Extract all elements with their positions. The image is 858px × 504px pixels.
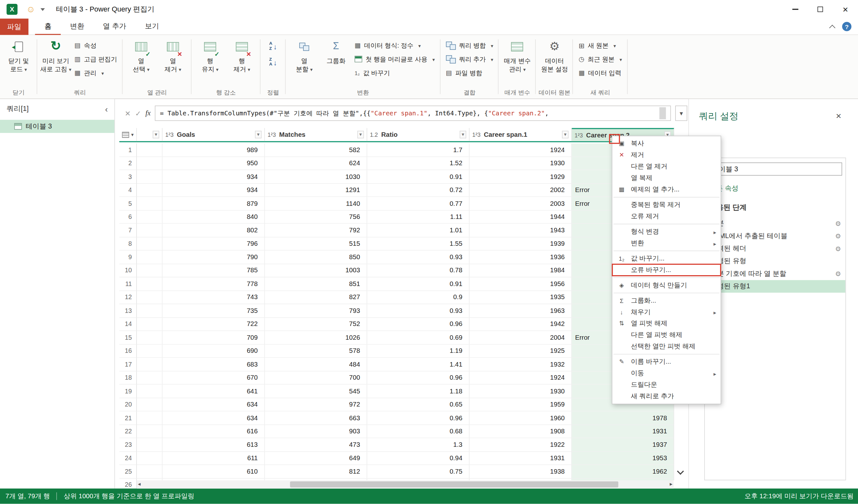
cell[interactable]: 1963	[470, 304, 572, 318]
cell[interactable]: 613	[162, 438, 265, 452]
row-number-cell[interactable]: 20	[119, 398, 137, 411]
cell[interactable]	[137, 304, 162, 318]
row-number-cell[interactable]: 10	[119, 264, 137, 277]
menu-item-rename[interactable]: ✎이름 바꾸기...	[612, 356, 720, 368]
cell[interactable]: 1030	[265, 170, 367, 183]
tab-view[interactable]: 보기	[136, 18, 169, 34]
cell[interactable]: 743	[162, 291, 265, 304]
status-profiling-info[interactable]: 상위 1000개 행을 기준으로 한 열 프로파일링	[64, 491, 194, 501]
remove-columns-button[interactable]: ✕ 열 제거	[157, 35, 189, 82]
row-number-cell[interactable]: 2	[119, 157, 137, 170]
cell[interactable]: 1931	[572, 425, 673, 438]
cell[interactable]: 735	[162, 304, 265, 318]
cell[interactable]: 1291	[265, 183, 367, 197]
select-all-corner-cell[interactable]: ▾	[119, 128, 137, 141]
cell[interactable]	[137, 425, 162, 438]
cell[interactable]: 0.96	[367, 318, 470, 331]
filter-icon[interactable]: ▾	[358, 131, 364, 139]
cell[interactable]: 683	[162, 358, 265, 371]
row-number-cell[interactable]: 5	[119, 197, 137, 210]
gear-icon[interactable]	[835, 270, 841, 278]
cell[interactable]	[137, 197, 162, 210]
cell[interactable]: 611	[162, 452, 265, 465]
gear-icon[interactable]	[835, 232, 841, 240]
menu-item-unpivot-other-columns[interactable]: 다른 열 피벗 해제	[612, 329, 720, 341]
row-number-cell[interactable]: 3	[119, 170, 137, 183]
cell[interactable]: 2004	[470, 331, 572, 344]
cell[interactable]: 473	[265, 438, 367, 452]
menu-item-replace-values[interactable]: 1₂값 바꾸기...	[612, 253, 720, 264]
cell[interactable]	[137, 264, 162, 277]
menu-item-fill[interactable]: ↓채우기	[612, 307, 720, 318]
cell[interactable]: 1924	[470, 371, 572, 385]
menu-item-remove[interactable]: ✕제거	[612, 149, 720, 161]
query-list-item-table3[interactable]: 테이블 3	[0, 120, 114, 133]
append-queries-button[interactable]: 쿼리 추가	[444, 54, 495, 65]
cell[interactable]: 1932	[470, 358, 572, 371]
enter-data-button[interactable]: 데이터 입력	[577, 67, 624, 78]
horizontal-scrollbar-thumb[interactable]	[290, 481, 618, 487]
menu-item-duplicate-column[interactable]: 열 복제	[612, 172, 720, 184]
filter-icon[interactable]: ▾	[255, 131, 262, 139]
group-by-button[interactable]: Σ 그룹화	[320, 35, 352, 82]
cell[interactable]: 634	[162, 411, 265, 425]
row-number-cell[interactable]: 9	[119, 250, 137, 264]
menu-item-remove-errors[interactable]: 오류 제거	[612, 211, 720, 222]
cell[interactable]	[137, 438, 162, 452]
cell[interactable]: 0.96	[367, 371, 470, 385]
cell[interactable]: 484	[265, 358, 367, 371]
row-number-cell[interactable]: 25	[119, 465, 137, 478]
menu-item-copy[interactable]: ▣복사	[612, 138, 720, 149]
titlebar-dropdown-caret-icon[interactable]	[41, 8, 45, 11]
scroll-down-icon[interactable]	[677, 468, 684, 475]
applied-step-4[interactable]: 구분 기호에 따라 열 분할	[705, 267, 845, 280]
cell[interactable]: 1956	[470, 277, 572, 291]
combine-files-button[interactable]: 파일 병합	[444, 67, 495, 78]
cell[interactable]: 752	[265, 318, 367, 331]
applied-step-1[interactable]: HTML에서 추출된 테이블	[705, 230, 845, 242]
sort-ascending-button[interactable]	[264, 40, 282, 53]
cell[interactable]: 649	[265, 452, 367, 465]
cell[interactable]: 0.91	[367, 277, 470, 291]
tab-transform[interactable]: 변환	[61, 18, 94, 34]
cell[interactable]: 1959	[470, 398, 572, 411]
close-button[interactable]: ✕	[833, 0, 858, 18]
cell[interactable]: 1930	[470, 385, 572, 398]
formula-scroll-nub[interactable]	[660, 107, 666, 119]
cell[interactable]: 0.78	[367, 264, 470, 277]
cell[interactable]: 1960	[470, 411, 572, 425]
row-number-cell[interactable]: 17	[119, 358, 137, 371]
menu-item-change-type[interactable]: 형식 변경	[612, 226, 720, 238]
scroll-left-icon[interactable]: ◂	[138, 481, 141, 487]
menu-item-remove-duplicates[interactable]: 중복된 항목 제거	[612, 199, 720, 211]
cell[interactable]: 1140	[265, 197, 367, 210]
cell[interactable]: 840	[162, 210, 265, 224]
applied-step-5[interactable]: 변경된 유형1	[705, 280, 845, 292]
cell[interactable]: 792	[265, 224, 367, 237]
cell[interactable]: 1943	[470, 224, 572, 237]
menu-item-add-column-from-examples[interactable]: ▦예제의 열 추가...	[612, 184, 720, 195]
menu-item-move[interactable]: 이동	[612, 368, 720, 379]
properties-button[interactable]: 속성	[73, 40, 119, 51]
cell[interactable]: 1.3	[367, 438, 470, 452]
scroll-right-icon[interactable]: ▸	[670, 481, 672, 487]
cell[interactable]: 0.96	[367, 411, 470, 425]
help-icon[interactable]: ?	[842, 22, 851, 31]
cell[interactable]: 903	[265, 425, 367, 438]
cell[interactable]: 690	[162, 344, 265, 358]
row-number-cell[interactable]: 22	[119, 425, 137, 438]
cell[interactable]: 641	[162, 385, 265, 398]
menu-item-group-by[interactable]: Σ그룹화...	[612, 295, 720, 307]
row-number-cell[interactable]: 13	[119, 304, 137, 318]
menu-item-drill-down[interactable]: 드릴다운	[612, 379, 720, 391]
cell[interactable]: 1962	[572, 465, 673, 478]
cell[interactable]: 851	[265, 277, 367, 291]
collapse-ribbon-icon[interactable]	[829, 25, 835, 31]
cell[interactable]: 1924	[470, 143, 572, 157]
cell[interactable]: 802	[162, 224, 265, 237]
cell[interactable]: 756	[265, 210, 367, 224]
choose-columns-button[interactable]: ✓ 열 선택	[125, 35, 157, 82]
filter-icon[interactable]: ▾	[562, 131, 569, 139]
row-number-cell[interactable]: 7	[119, 224, 137, 237]
row-number-cell[interactable]: 23	[119, 438, 137, 452]
